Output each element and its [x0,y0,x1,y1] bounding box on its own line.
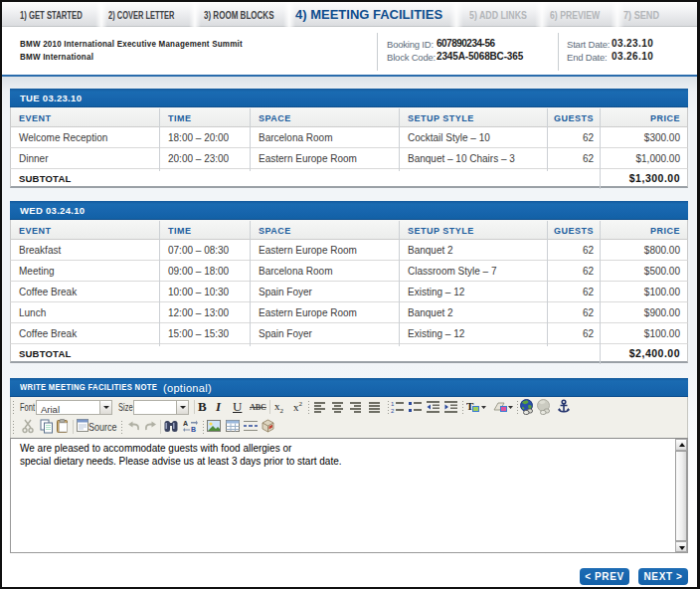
svg-text:B: B [191,426,196,433]
svg-text:2: 2 [391,408,395,414]
svg-text:A: A [183,420,188,427]
svg-text:1: 1 [391,401,395,407]
